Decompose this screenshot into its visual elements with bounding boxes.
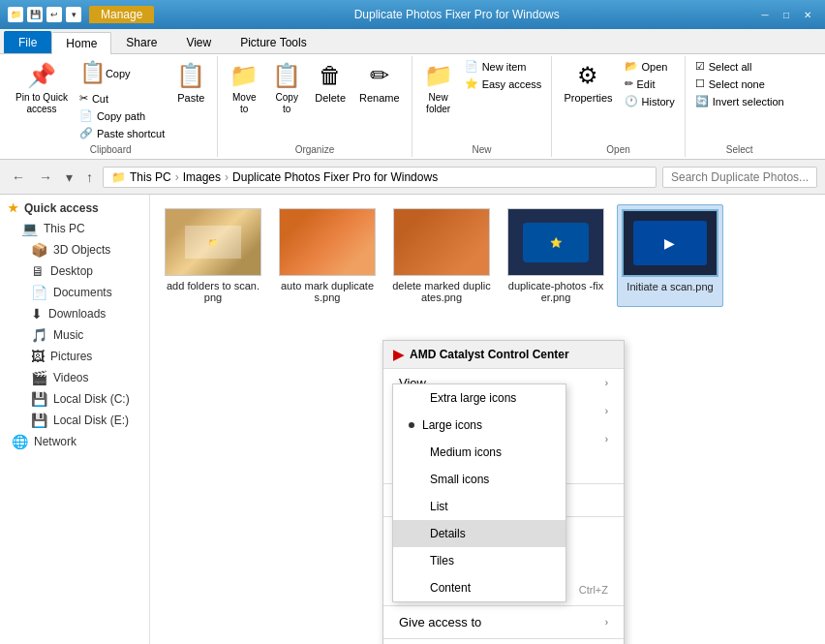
delete-button[interactable]: Delete [309, 58, 351, 108]
cut-icon [79, 92, 88, 105]
tab-home[interactable]: Home [51, 32, 111, 54]
organize-buttons: Move to Copy to Delete Rename [224, 58, 405, 141]
ctx-give-access[interactable]: Give access to › [383, 608, 624, 636]
file-item-2[interactable]: delete marked duplicates.png [388, 204, 495, 307]
sidebar-quick-access[interactable]: ★ Quick access [0, 199, 149, 218]
paste-button[interactable]: Paste [170, 58, 211, 108]
context-menu-header: ▶ AMD Catalyst Control Center [383, 341, 624, 369]
easy-access-button[interactable]: Easy access [461, 76, 546, 92]
breadcrumb[interactable]: 📁 This PC › Images › Duplicate Photos Fi… [103, 167, 657, 188]
copy-to-label: Copy to [276, 92, 298, 115]
tab-share[interactable]: Share [111, 31, 171, 53]
breadcrumb-sep-1: › [175, 170, 179, 184]
pin-to-quick-access-button[interactable]: Pin to Quick access [10, 58, 74, 119]
downloads-label: Downloads [48, 307, 106, 321]
tab-picture-tools[interactable]: Picture Tools [226, 31, 321, 53]
sidebar-item-localc[interactable]: 💾 Local Disk (C:) [0, 388, 149, 410]
pictures-icon: 🖼 [31, 349, 45, 364]
sidebar-item-desktop[interactable]: 🖥 Desktop [0, 261, 149, 282]
submenu-large[interactable]: Large icons [393, 412, 565, 439]
sidebar-item-music[interactable]: 🎵 Music [0, 324, 149, 346]
app-title: Duplicate Photos Fixer Pro for Windows [158, 8, 755, 21]
cut-button[interactable]: Cut [76, 90, 168, 107]
file-thumbnail-4: ▶ [622, 209, 718, 277]
select-all-button[interactable]: Select all [691, 58, 788, 75]
tab-view[interactable]: View [171, 31, 226, 53]
forward-button[interactable]: → [35, 168, 56, 187]
copy-button[interactable]: Copy [76, 58, 168, 89]
window-controls[interactable]: ─ □ ✕ [755, 5, 817, 24]
breadcrumb-images[interactable]: Images [183, 170, 221, 184]
folder-icon: 📁 [8, 7, 23, 22]
paste-shortcut-icon [79, 127, 93, 139]
properties-button[interactable]: Properties [558, 58, 618, 108]
copy-path-button[interactable]: Copy path [76, 107, 168, 124]
organize-group-label: Organize [224, 141, 405, 155]
breadcrumb-thispc[interactable]: This PC [130, 170, 171, 184]
properties-label: Properties [564, 92, 612, 105]
copy-paste-col: Copy Cut Copy path Paste shortcut [76, 58, 168, 141]
up-button[interactable]: ↑ [82, 168, 97, 187]
sidebar-item-documents[interactable]: 📄 Documents [0, 282, 149, 303]
paste-icon [176, 62, 205, 90]
file-thumbnail-2 [393, 208, 490, 276]
search-input[interactable] [662, 167, 817, 188]
close-button[interactable]: ✕ [798, 5, 817, 24]
open-button[interactable]: Open [621, 58, 679, 75]
invert-selection-button[interactable]: Invert selection [691, 93, 788, 109]
manage-tab[interactable]: Manage [89, 6, 154, 23]
sidebar-item-network[interactable]: 🌐 Network [0, 431, 149, 452]
localc-label: Local Disk (C:) [53, 392, 130, 406]
dropdown-icon[interactable]: ▾ [66, 7, 81, 22]
submenu-content[interactable]: Content [393, 574, 565, 601]
submenu-list[interactable]: List [393, 493, 565, 520]
minimize-button[interactable]: ─ [755, 5, 775, 24]
sidebar-item-downloads[interactable]: ⬇ Downloads [0, 303, 149, 324]
submenu-small[interactable]: Small icons [393, 466, 565, 493]
file-name-0: add folders to scan.png [164, 280, 262, 303]
file-item-4[interactable]: ▶ Initiate a scan.png [617, 204, 723, 307]
sidebar-item-thispc[interactable]: 💻 This PC [0, 218, 149, 239]
rename-button[interactable]: Rename [353, 58, 406, 108]
cut-copy-paste-col: Cut Copy path Paste shortcut [76, 90, 168, 141]
select-none-button[interactable]: Select none [691, 76, 788, 92]
copy-to-icon [272, 62, 301, 90]
file-name-3: duplicate-photos -fixer.png [506, 280, 605, 303]
sidebar-item-videos[interactable]: 🎬 Videos [0, 367, 149, 388]
sidebar-item-3dobjects[interactable]: 📦 3D Objects [0, 239, 149, 261]
sidebar-item-locale[interactable]: 💾 Local Disk (E:) [0, 410, 149, 431]
history-button[interactable]: History [621, 93, 679, 109]
ctx-give-access-label: Give access to [399, 615, 481, 629]
submenu-details[interactable]: Details [393, 520, 565, 547]
new-folder-button[interactable]: New folder [418, 58, 459, 119]
network-icon: 🌐 [12, 434, 28, 449]
copy-to-button[interactable]: Copy to [266, 58, 307, 119]
select-all-label: Select all [709, 61, 752, 73]
floppy-icon: 💾 [27, 7, 43, 22]
quick-access-label: Quick access [24, 201, 99, 215]
edit-button[interactable]: Edit [621, 76, 679, 92]
recent-button[interactable]: ▾ [62, 168, 76, 187]
sidebar-item-pictures[interactable]: 🖼 Pictures [0, 346, 149, 367]
desktop-label: Desktop [50, 264, 93, 278]
breadcrumb-folder[interactable]: Duplicate Photos Fixer Pro for Windows [232, 170, 438, 184]
move-to-button[interactable]: Move to [224, 58, 264, 119]
open-icon [625, 60, 638, 73]
back-button[interactable]: ← [8, 168, 29, 187]
file-item-3[interactable]: ⭐ duplicate-photos -fixer.png [503, 204, 609, 307]
file-item-1[interactable]: auto mark duplicates.png [274, 204, 381, 307]
tab-file[interactable]: File [4, 31, 51, 53]
maximize-button[interactable]: □ [777, 5, 796, 24]
videos-label: Videos [53, 371, 88, 384]
ribbon-group-open: Properties Open Edit History Open [552, 56, 685, 157]
ctx-groupby-arrow: › [605, 434, 608, 445]
select-group-label: Select [691, 141, 788, 155]
new-item-button[interactable]: New item [461, 58, 546, 75]
copy-icon [79, 60, 106, 85]
file-item-0[interactable]: 📁 add folders to scan.png [160, 204, 266, 307]
submenu-medium[interactable]: Medium icons [393, 439, 565, 466]
submenu-extra-large[interactable]: Extra large icons [393, 384, 565, 412]
new-group-label: New [418, 141, 546, 155]
paste-shortcut-button[interactable]: Paste shortcut [76, 125, 168, 141]
submenu-tiles[interactable]: Tiles [393, 547, 565, 574]
